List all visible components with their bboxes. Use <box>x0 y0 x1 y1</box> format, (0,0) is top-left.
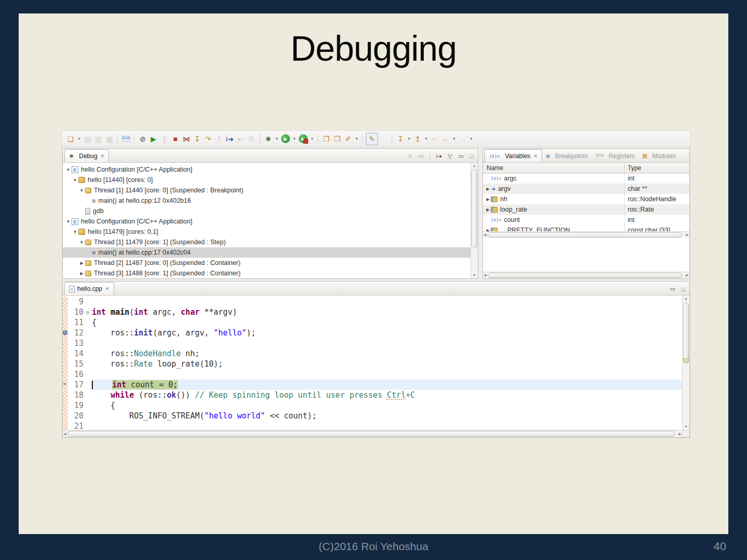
debug-vertical-scrollbar[interactable]: ▲ ▼ <box>471 163 478 278</box>
debug-tree-row[interactable]: ≡main() at hello.cpp:17 0x402c04 <box>63 247 471 258</box>
step-over-icon[interactable]: ↷ <box>203 133 213 145</box>
maximize-icon[interactable]: □ <box>679 285 688 293</box>
last-edit-location-icon[interactable]: ◌ <box>379 133 389 145</box>
remove-all-terminated-icon[interactable]: ✕ <box>406 152 414 161</box>
code-text[interactable] <box>92 421 682 430</box>
previous-annotation-icon[interactable]: ↥ <box>412 133 423 145</box>
expander-icon[interactable]: ▼ <box>78 240 85 245</box>
scroll-up-icon[interactable]: ▲ <box>471 163 478 169</box>
line-number[interactable]: 11 <box>68 318 84 327</box>
tab-hello-cpp[interactable]: c hello.cpp ✕ <box>64 282 114 295</box>
new-wizard-icon[interactable]: ❏ <box>65 133 76 145</box>
open-folder-icon[interactable]: ❒ <box>332 133 342 145</box>
mark-occurrences-icon[interactable]: ✎ <box>366 133 378 145</box>
debug-tree-row[interactable]: ▼hello [11440] [cores: 0] <box>63 175 471 185</box>
code-text[interactable]: ros::init(argc, argv, "hello"); <box>92 328 682 338</box>
variable-row[interactable]: ▶loop_rateros::Rate <box>483 204 689 215</box>
instruction-stepping-icon[interactable]: i➜ <box>225 133 235 145</box>
code-text[interactable]: ros::NodeHandle nh; <box>92 348 682 359</box>
expander-icon[interactable]: ▶ <box>485 207 491 212</box>
code-line[interactable]: 20 ROS_INFO_STREAM("hello world" << coun… <box>63 411 682 421</box>
code-line[interactable]: 16 <box>63 369 682 380</box>
debug-tree-row[interactable]: ▼hello [11479] [cores: 0,1] <box>63 227 471 237</box>
code-text[interactable]: ros::Rate loop_rate(10); <box>92 359 682 369</box>
code-line[interactable]: 12 ros::init(argc, argv, "hello"); <box>63 328 682 338</box>
line-number[interactable]: 20 <box>68 411 84 421</box>
code-line[interactable]: 14 ros::NodeHandle nh; <box>63 348 682 359</box>
variable-row[interactable]: ▶nhros::NodeHandle <box>483 194 689 204</box>
expander-icon[interactable]: ▼ <box>65 219 72 224</box>
use-step-filters-icon[interactable]: ⧉ <box>246 133 257 145</box>
next-annotation-icon[interactable]: ↧ <box>395 133 406 145</box>
line-number[interactable]: 9 <box>68 297 84 306</box>
column-header-type[interactable]: Type <box>624 163 689 173</box>
line-number[interactable]: 17 <box>68 380 84 389</box>
scroll-left-icon[interactable]: ◀ <box>483 272 487 278</box>
expander-icon[interactable]: ▶ <box>485 187 491 191</box>
terminate-icon[interactable]: ■ <box>170 133 181 145</box>
line-number[interactable]: 19 <box>68 401 84 410</box>
open-project-icon[interactable]: ❐ <box>321 133 331 145</box>
next-annotation-dropdown-icon[interactable]: ▾ <box>406 136 412 141</box>
back-to-last-edit-icon[interactable]: ↩ <box>430 133 440 145</box>
scroll-right-icon[interactable]: ▶ <box>678 431 682 437</box>
line-number[interactable]: 14 <box>68 349 84 358</box>
suspend-icon[interactable]: ∥ <box>159 133 170 145</box>
skip-all-breakpoints-icon[interactable]: ⊘ <box>137 133 148 145</box>
debug-tree-row[interactable]: ≡main() at hello.cpp:12 0x402b16 <box>63 195 471 206</box>
run-icon[interactable]: ▶ <box>281 134 290 143</box>
line-number[interactable]: 15 <box>68 359 84 369</box>
debug-icon[interactable]: ✹ <box>263 133 273 145</box>
line-number[interactable]: 13 <box>68 339 84 348</box>
resume-icon[interactable]: ▶ <box>148 133 159 145</box>
print-icon[interactable]: ▦ <box>104 133 115 145</box>
scrollbar-thumb[interactable] <box>67 431 675 437</box>
run-dropdown-icon[interactable]: ▾ <box>292 136 297 141</box>
fold-marker-icon[interactable]: ⊖ <box>84 310 92 315</box>
tab-debug[interactable]: ✹ Debug ✕ <box>64 149 109 162</box>
expander-icon[interactable]: ▼ <box>65 167 72 172</box>
scroll-left-icon[interactable]: ◀ <box>63 431 67 437</box>
debug-tree-row[interactable]: ▼Chello Configuration [C/C++ Application… <box>63 164 471 175</box>
code-text[interactable] <box>92 297 682 307</box>
detail-horizontal-scrollbar[interactable]: ◀ ▶ <box>483 272 689 278</box>
scroll-left-icon[interactable]: ◀ <box>483 232 487 238</box>
variable-row[interactable]: ▶__PRETTY_FUNCTION__const char [33] <box>483 225 689 231</box>
view-menu-icon[interactable]: ▽ <box>446 152 454 161</box>
variable-row[interactable]: ▶➜argvchar ** <box>483 184 689 194</box>
maximize-icon[interactable]: □ <box>467 152 476 161</box>
line-number[interactable]: 12 <box>68 328 84 338</box>
tab-registers[interactable]: 1010Registers <box>591 149 639 162</box>
debug-tree-row[interactable]: ▼Thread [1] 11440 [core: 0] (Suspended :… <box>63 185 471 195</box>
overview-annotation-marker[interactable] <box>684 358 688 362</box>
code-text[interactable]: { <box>92 400 682 411</box>
debug-tree-row[interactable]: ▼Thread [1] 11479 [core: 1] (Suspended :… <box>63 237 471 247</box>
coverage-icon[interactable]: ▶ <box>299 134 308 143</box>
scroll-down-icon[interactable]: ▼ <box>683 424 689 430</box>
code-line[interactable]: ➜17 int count = 0; <box>63 380 682 390</box>
variables-detail-pane[interactable] <box>483 238 689 272</box>
debug-tree-row[interactable]: ▶Thread [3] 11488 [core: 1] (Suspended :… <box>63 268 471 278</box>
code-line[interactable]: 19 { <box>63 400 682 411</box>
external-tools-dropdown-icon[interactable]: ▾ <box>354 136 359 141</box>
new-wizard-dropdown-icon[interactable]: ▾ <box>76 136 82 141</box>
scroll-right-icon[interactable]: ▶ <box>685 232 689 238</box>
debug-dropdown-icon[interactable]: ▾ <box>274 136 280 141</box>
code-text[interactable]: { <box>92 317 682 328</box>
expander-icon[interactable]: ▼ <box>78 188 85 193</box>
variable-row[interactable]: (x)=countint <box>483 215 689 225</box>
save-all-icon[interactable]: ▥ <box>93 133 104 145</box>
close-icon[interactable]: ✕ <box>534 153 538 159</box>
scroll-up-icon[interactable]: ▲ <box>683 296 689 302</box>
editor-horizontal-scrollbar[interactable]: ◀ ▶ <box>63 430 682 437</box>
breakpoint-icon[interactable] <box>63 330 67 335</box>
tab-breakpoints[interactable]: ◉Breakpoints <box>542 149 591 162</box>
code-line[interactable]: 10⊖int main(int argc, char **argv) <box>63 307 682 317</box>
tab-modules[interactable]: ▦Modules <box>639 149 680 162</box>
debug-binary-icon[interactable]: 010 <box>121 133 131 145</box>
tab-variables[interactable]: (x)=Variables✕ <box>485 149 542 162</box>
expander-icon[interactable]: ▼ <box>72 178 78 183</box>
close-icon[interactable]: ✕ <box>101 153 105 159</box>
code-text[interactable]: int count = 0; <box>92 380 682 390</box>
variable-row[interactable]: (x)=argcint <box>483 173 689 184</box>
